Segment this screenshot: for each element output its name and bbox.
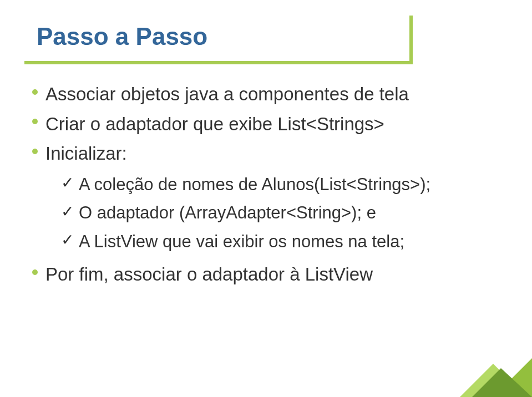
bullet-text: Criar o adaptador que exibe List<Strings…: [45, 114, 384, 134]
sub-bullet-text: A ListView que vai exibir os nomes na te…: [79, 232, 404, 251]
title-box: Passo a Passo: [21, 12, 409, 61]
bullet-text: Inicializar:: [45, 143, 127, 164]
sub-bullet-text: A coleção de nomes de Alunos(List<String…: [79, 175, 430, 194]
sub-bullet-item: ✓ A ListView que vai exibir os nomes na …: [61, 228, 494, 256]
decor-arrow-icon: [410, 303, 532, 397]
slide-title: Passo a Passo: [37, 23, 207, 50]
bullet-item: Inicializar: ✓ A coleção de nomes de Alu…: [31, 140, 494, 255]
bullet-item: Associar objetos java a componentes de t…: [31, 80, 494, 108]
check-icon: ✓: [61, 228, 74, 253]
bullet-text: Associar objetos java a componentes de t…: [45, 84, 409, 104]
check-icon: ✓: [61, 200, 74, 225]
sub-bullet-text: O adaptador (ArrayAdapter<String>); e: [79, 203, 376, 222]
bullet-text: Por fim, associar o adaptador à ListView: [45, 264, 373, 284]
bullet-item: Por fim, associar o adaptador à ListView: [31, 261, 494, 288]
sub-bullet-item: ✓ A coleção de nomes de Alunos(List<Stri…: [61, 171, 494, 198]
sub-bullet-item: ✓ O adaptador (ArrayAdapter<String>); e: [61, 199, 494, 227]
decorative-shapes: [410, 303, 532, 397]
slide: Passo a Passo Associar objetos java a co…: [0, 0, 532, 397]
bullet-item: Criar o adaptador que exibe List<Strings…: [31, 110, 494, 138]
check-icon: ✓: [61, 171, 74, 196]
content-area: Associar objetos java a componentes de t…: [31, 80, 494, 291]
